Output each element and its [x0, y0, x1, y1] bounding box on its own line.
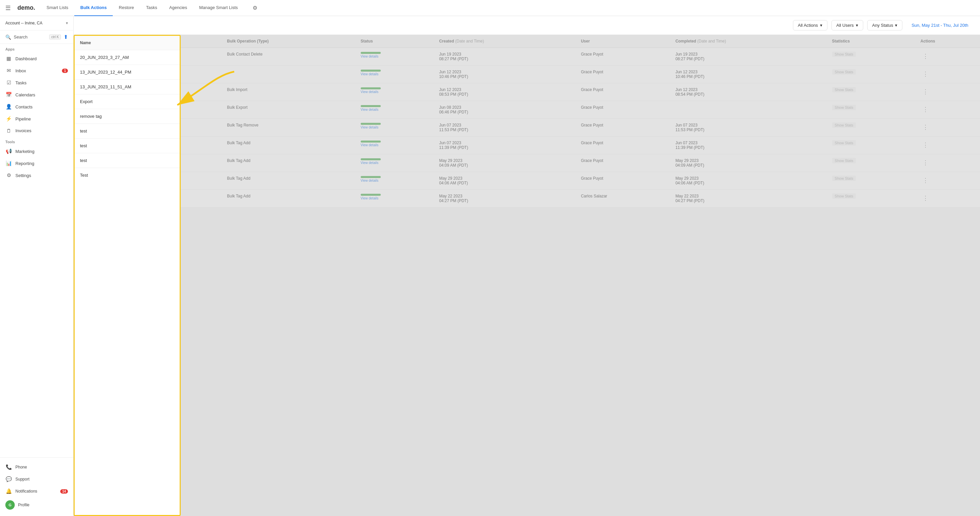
tools-section-label: Tools [0, 137, 73, 145]
cell-name: test [73, 137, 222, 154]
cell-completed: May 29 2023 04:06 AM (PDT) [670, 172, 827, 190]
cell-name: Export [73, 101, 222, 119]
tab-bulk-actions[interactable]: Bulk Actions [74, 0, 113, 16]
row-actions-menu[interactable]: ⋮ [920, 70, 931, 78]
sidebar-item-pipeline[interactable]: ⚡ Pipeline [0, 113, 73, 125]
sidebar-item-calendars[interactable]: 📅 Calendars [0, 89, 73, 101]
sidebar-bottom: 📞 Phone 💬 Support 🔔 Notifications 14 G P… [0, 457, 73, 516]
cell-operation: Bulk Tag Add [222, 190, 355, 207]
row-actions-menu[interactable]: ⋮ [920, 176, 931, 185]
cell-created: Jun 07 2023 11:39 PM (PDT) [434, 137, 576, 154]
sidebar-item-phone[interactable]: 📞 Phone [0, 461, 73, 473]
sidebar-search[interactable]: 🔍 Search ctrl K ⬆ [0, 30, 73, 44]
tab-tasks[interactable]: Tasks [140, 0, 163, 16]
row-actions-menu[interactable]: ⋮ [920, 105, 931, 114]
chevron-down-icon: ▾ [820, 23, 822, 28]
cell-created: May 29 2023 04:09 AM (PDT) [434, 154, 576, 172]
sidebar-item-label: Reporting [15, 161, 34, 166]
layout: Account -- Irvine, CA ▾ 🔍 Search ctrl K … [0, 16, 980, 516]
sidebar-item-marketing[interactable]: 📢 Marketing [0, 145, 73, 157]
upload-icon[interactable]: ⬆ [64, 34, 68, 40]
chevron-down-icon: ▾ [66, 21, 68, 25]
cell-operation: Bulk Tag Remove [222, 119, 355, 137]
tab-restore[interactable]: Restore [113, 0, 140, 16]
sidebar-item-dashboard[interactable]: ▦ Dashboard [0, 53, 73, 65]
all-users-filter[interactable]: All Users ▾ [832, 20, 863, 30]
avatar: G [5, 500, 15, 510]
table-row: test Bulk Tag Add View details Jun 07 20… [73, 137, 980, 154]
cell-completed: Jun 07 2023 11:39 PM (PDT) [670, 137, 827, 154]
cell-created: Jun 19 2023 08:27 PM (PDT) [434, 48, 576, 65]
app-logo: demo. [18, 4, 35, 11]
nav-tabs: Smart Lists Bulk Actions Restore Tasks A… [40, 0, 244, 16]
account-selector[interactable]: Account -- Irvine, CA ▾ [0, 16, 73, 30]
col-actions: Actions [915, 35, 980, 48]
account-name: Account -- Irvine, CA [5, 21, 43, 25]
col-name: Name [73, 35, 222, 48]
cell-name: test [73, 172, 222, 190]
sidebar-item-label: Tasks [15, 80, 26, 85]
sidebar-item-contacts[interactable]: 👤 Contacts [0, 101, 73, 113]
bulk-actions-table: Name Bulk Operation (Type) Status Create… [73, 35, 980, 207]
row-actions-menu[interactable]: ⋮ [920, 88, 931, 96]
cell-statistics: Show Stats [827, 119, 915, 137]
table-area: Name Bulk Operation (Type) Status Create… [73, 35, 980, 516]
contacts-icon: 👤 [5, 104, 12, 110]
row-actions-menu[interactable]: ⋮ [920, 52, 931, 61]
sidebar-item-inbox[interactable]: ✉ Inbox 1 [0, 65, 73, 76]
cell-operation: Bulk Tag Add [222, 172, 355, 190]
all-actions-filter[interactable]: All Actions ▾ [793, 20, 827, 30]
cell-operation: Bulk Import [222, 83, 355, 101]
row-actions-menu[interactable]: ⋮ [920, 140, 931, 149]
col-status: Status [355, 35, 434, 48]
apps-section-label: Apps [0, 44, 73, 53]
main-content: All Actions ▾ All Users ▾ Any Status ▾ S… [73, 16, 980, 516]
all-users-label: All Users [837, 23, 854, 28]
cell-name: 13_JUN_2023_11_51_AM [73, 83, 222, 101]
sidebar-item-notifications[interactable]: 🔔 Notifications 14 [0, 485, 73, 497]
cell-status: View details [355, 48, 434, 65]
cell-operation: Bulk Tag Add [222, 154, 355, 172]
sidebar-item-invoices[interactable]: 🗒 Invoices [0, 125, 73, 137]
cell-actions: ⋮ [915, 48, 980, 65]
toolbar: All Actions ▾ All Users ▾ Any Status ▾ S… [73, 16, 980, 35]
cell-name: 20_JUN_2023_3_27_AM [73, 48, 222, 65]
col-operation: Bulk Operation (Type) [222, 35, 355, 48]
tab-agencies[interactable]: Agencies [163, 0, 193, 16]
sidebar-item-label: Dashboard [15, 56, 37, 61]
cell-statistics: Show Stats [827, 190, 915, 207]
row-actions-menu[interactable]: ⋮ [920, 158, 931, 167]
cell-actions: ⋮ [915, 137, 980, 154]
settings-icon[interactable]: ⚙ [250, 3, 260, 13]
cell-created: May 29 2023 04:06 AM (PDT) [434, 172, 576, 190]
table-row: 20_JUN_2023_3_27_AM Bulk Contact Delete … [73, 48, 980, 65]
cell-status: View details [355, 83, 434, 101]
col-user: User [576, 35, 670, 48]
tab-manage-smart-lists[interactable]: Manage Smart Lists [193, 0, 244, 16]
sidebar-item-support[interactable]: 💬 Support [0, 473, 73, 485]
sidebar-item-label: Settings [15, 173, 31, 178]
cell-actions: ⋮ [915, 154, 980, 172]
cell-actions: ⋮ [915, 65, 980, 83]
settings-nav-icon: ⚙ [5, 172, 12, 178]
sidebar-item-tasks[interactable]: ☑ Tasks [0, 76, 73, 89]
any-status-filter[interactable]: Any Status ▾ [867, 20, 903, 30]
tasks-icon: ☑ [5, 80, 12, 86]
cell-status: View details [355, 101, 434, 119]
cell-actions: ⋮ [915, 119, 980, 137]
cell-statistics: Show Stats [827, 154, 915, 172]
row-actions-menu[interactable]: ⋮ [920, 123, 931, 132]
col-created: Created (Date and Time) [434, 35, 576, 48]
sidebar-item-profile[interactable]: G Profile [0, 497, 73, 513]
cell-actions: ⋮ [915, 101, 980, 119]
sidebar-item-label: Pipeline [15, 116, 31, 121]
sidebar-item-reporting[interactable]: 📊 Reporting [0, 157, 73, 169]
cell-user: Grace Puyot [576, 48, 670, 65]
row-actions-menu[interactable]: ⋮ [920, 194, 931, 202]
sidebar-item-label: Phone [15, 465, 27, 470]
sidebar-item-settings[interactable]: ⚙ Settings [0, 169, 73, 182]
date-range-filter[interactable]: Sun, May 21st - Thu, Jul 20th [907, 20, 973, 30]
cell-completed: Jun 07 2023 11:53 PM (PDT) [670, 119, 827, 137]
hamburger-icon[interactable]: ☰ [5, 4, 11, 12]
tab-smart-lists[interactable]: Smart Lists [40, 0, 74, 16]
